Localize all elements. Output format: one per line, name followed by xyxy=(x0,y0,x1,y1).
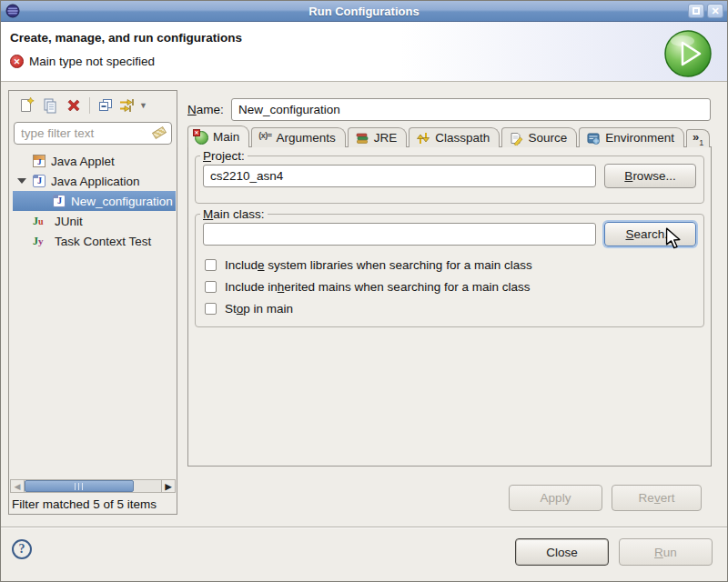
page-title: Create, manage, and run configurations xyxy=(10,31,242,45)
tab-environment[interactable]: Environment xyxy=(579,127,684,147)
help-button[interactable]: ? xyxy=(12,539,32,559)
duplicate-configuration-button[interactable] xyxy=(38,95,62,116)
main-tab-icon: ✕ xyxy=(195,131,208,145)
tab-bar: ✕ Main (x)= Arguments JRE Classpath xyxy=(187,125,710,147)
name-input[interactable] xyxy=(231,98,711,121)
delete-configuration-button[interactable] xyxy=(62,95,86,116)
filter-icon xyxy=(118,96,138,115)
checkbox-include-system-libraries[interactable]: Include system libraries when searching … xyxy=(205,258,703,272)
filter-status-text: Filter matched 5 of 5 items xyxy=(12,497,177,511)
dialog-header: Create, manage, and run configurations ✕… xyxy=(1,22,727,82)
tab-main[interactable]: ✕ Main xyxy=(187,125,249,147)
project-group-label: Project: xyxy=(200,149,248,163)
eclipse-logo-icon xyxy=(5,4,20,18)
collapse-all-icon xyxy=(96,96,115,115)
scrollbar-grip xyxy=(75,483,85,490)
configuration-tree: Java Applet Java Application New_configu… xyxy=(13,151,176,351)
sidebar-toolbar: ▼ xyxy=(11,93,175,118)
checkbox-stop-in-main[interactable]: Stop in main xyxy=(205,302,703,316)
scrollbar-thumb[interactable] xyxy=(25,480,134,492)
question-mark-icon: ? xyxy=(19,542,25,557)
classpath-tab-icon xyxy=(416,131,430,146)
error-message-row: ✕ Main type not specified xyxy=(10,55,155,68)
java-application-icon xyxy=(53,195,66,207)
java-applet-icon xyxy=(33,155,46,167)
java-application-icon xyxy=(33,175,46,187)
revert-button[interactable]: Revert xyxy=(612,485,702,511)
source-tab-icon xyxy=(509,131,523,146)
error-badge-icon: ✕ xyxy=(193,129,200,136)
close-button[interactable]: Close xyxy=(515,538,609,566)
junit-icon: Ju xyxy=(33,215,49,228)
filter-input[interactable] xyxy=(14,122,172,145)
main-class-input[interactable] xyxy=(203,223,596,246)
project-group: Project: Browse... xyxy=(195,149,704,204)
arguments-tab-icon: (x)= xyxy=(258,131,271,146)
tree-item-junit[interactable]: Ju JUnit xyxy=(13,211,176,231)
delete-icon xyxy=(65,96,83,115)
tab-jre[interactable]: JRE xyxy=(348,127,408,147)
tree-item-new-configuration[interactable]: New_configuration xyxy=(13,191,176,211)
error-icon: ✕ xyxy=(10,55,24,68)
tab-overflow-count: 1 xyxy=(699,135,703,150)
name-label: Name: xyxy=(187,103,224,116)
run-button[interactable]: Run xyxy=(619,538,713,566)
tab-source[interactable]: Source xyxy=(501,127,577,147)
tab-arguments[interactable]: (x)= Arguments xyxy=(251,127,346,147)
close-icon: ✕ xyxy=(711,6,719,16)
configurations-sidebar: ▼ Java Applet Java Application New_confi… xyxy=(8,90,177,515)
chevron-down-icon: ▼ xyxy=(139,101,147,110)
tree-item-task-context-test[interactable]: Jy Task Context Test xyxy=(13,231,176,251)
scroll-left-arrow[interactable]: ◀ xyxy=(11,480,25,492)
collapse-all-button[interactable] xyxy=(94,95,117,116)
tree-item-java-application[interactable]: Java Application xyxy=(13,171,176,191)
close-window-button[interactable]: ✕ xyxy=(707,4,723,18)
new-configuration-button[interactable] xyxy=(15,95,38,116)
project-input[interactable] xyxy=(203,165,596,187)
main-tab-panel: Project: Browse... Main class: Search...… xyxy=(187,146,712,467)
tree-item-java-applet[interactable]: Java Applet xyxy=(13,151,176,171)
expander-triangle-icon[interactable] xyxy=(17,178,26,184)
main-class-group-label: Main class: xyxy=(200,207,268,221)
scroll-right-arrow[interactable]: ▶ xyxy=(161,480,175,492)
checkbox-include-inherited-mains[interactable]: Include inherited mains when searching f… xyxy=(205,280,703,294)
maximize-icon xyxy=(693,7,700,15)
run-banner-icon xyxy=(663,29,713,78)
titlebar[interactable]: Run Configurations ✕ xyxy=(1,1,727,22)
filter-field-wrap xyxy=(14,122,172,145)
checkbox-icon[interactable] xyxy=(205,303,217,315)
new-document-icon xyxy=(17,96,35,115)
main-class-group: Main class: Search... Include system lib… xyxy=(195,207,704,327)
mouse-cursor xyxy=(663,227,683,249)
error-message: Main type not specified xyxy=(29,55,155,68)
duplicate-icon xyxy=(41,96,59,115)
window-title: Run Configurations xyxy=(1,5,727,18)
apply-button[interactable]: Apply xyxy=(509,485,602,511)
toolbar-separator xyxy=(89,97,90,114)
maximize-button[interactable] xyxy=(688,4,704,18)
environment-tab-icon xyxy=(586,131,601,146)
jre-tab-icon xyxy=(355,131,369,146)
tab-overflow-button[interactable]: »1 xyxy=(686,129,710,147)
checkbox-icon[interactable] xyxy=(205,259,217,271)
browse-button[interactable]: Browse... xyxy=(604,164,696,188)
tab-classpath[interactable]: Classpath xyxy=(409,127,500,147)
run-configurations-dialog: Run Configurations ✕ Create, manage, and… xyxy=(0,0,728,582)
horizontal-scrollbar[interactable]: ◀ ▶ xyxy=(10,479,176,493)
task-context-test-icon: Jy xyxy=(33,235,49,248)
scrollbar-track[interactable] xyxy=(134,480,161,492)
checkbox-icon[interactable] xyxy=(205,281,217,293)
filter-menu-button[interactable]: ▼ xyxy=(117,95,148,116)
footer-separator xyxy=(1,527,727,527)
